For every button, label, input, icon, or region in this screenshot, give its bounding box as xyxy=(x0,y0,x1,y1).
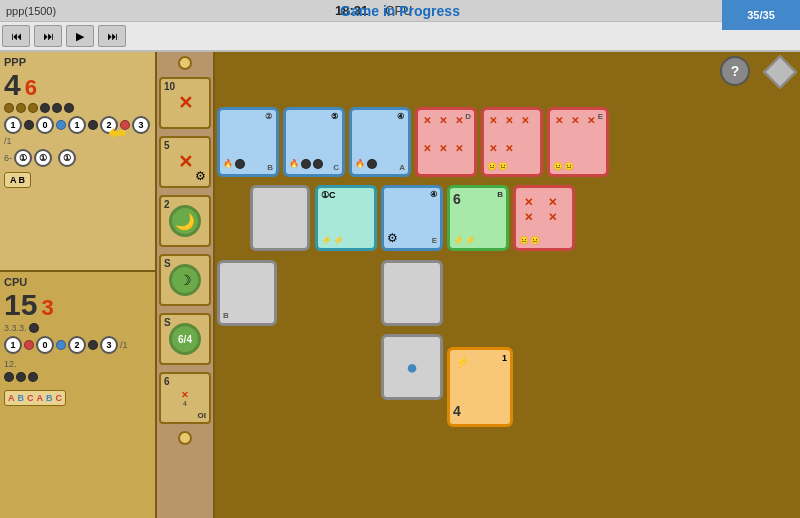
game-card-gray-3[interactable] xyxy=(381,260,443,326)
ppp-card-AB: A B xyxy=(4,172,31,188)
card-icons-row: 🔥 xyxy=(223,159,245,169)
resource-dot xyxy=(16,103,26,113)
card-bolt-icons-3: ⚡ ⚡ xyxy=(453,235,476,245)
card-num-6: 6 xyxy=(453,191,461,207)
x4: ✕ xyxy=(423,143,437,169)
xb3: ✕ xyxy=(524,211,546,224)
header-bar: ppp(1500) 18:31 CPU Game in Progress 20:… xyxy=(0,0,800,22)
track-item-3: 2 🌙 xyxy=(159,195,211,247)
face-icon-3: 😐 xyxy=(553,162,563,171)
resource-dot xyxy=(52,103,62,113)
bolt-icon-4: ⚡ xyxy=(333,235,344,245)
x-i: ✕ xyxy=(555,115,569,169)
game-card-5[interactable]: ✕ ✕ ✕ ✕ ✕ 😐 😐 xyxy=(481,107,543,177)
card-icons-3: 🔥 xyxy=(355,159,377,169)
ppp-score-sub: 6 xyxy=(25,77,37,99)
track-item-2: 5 ✕ ⚙ xyxy=(159,136,211,188)
card-1C-2: ①C xyxy=(321,190,336,200)
resource-dot xyxy=(24,340,34,350)
token-1e: ① xyxy=(58,149,76,167)
track-end-top xyxy=(178,56,192,70)
game-card-blue-dot[interactable]: ● xyxy=(381,334,443,400)
track-num-10: 10 xyxy=(164,81,175,92)
resource-label: /1 xyxy=(4,136,12,146)
moon-circle-icon: 🌙 xyxy=(169,205,201,237)
card-bolt-icons-2: ⚡ ⚡ xyxy=(321,235,344,245)
ppp-score-main: 4 xyxy=(4,70,21,100)
game-card-3[interactable]: ④ 🔥 A xyxy=(349,107,411,177)
token-1: 1 xyxy=(4,116,22,134)
game-card-orange[interactable]: 4 ⚡ 1 xyxy=(447,347,513,427)
game-card-green-6B[interactable]: 6 B ⚡ ⚡ xyxy=(447,185,509,251)
track-item-4: S ☽ xyxy=(159,254,211,306)
orange-bolt: ⚡ xyxy=(455,355,470,369)
track-num-OI: OI xyxy=(198,411,206,420)
game-card-4[interactable]: ✕ ✕ ✕ ✕ ✕ ✕ D xyxy=(415,107,477,177)
game-card-red-XB[interactable]: ✕ ✕ ✕ ✕ 😐 😐 xyxy=(513,185,575,251)
game-status: Game in Progress xyxy=(340,3,460,19)
game-card-teal-1[interactable]: ①C ⚡ ⚡ xyxy=(315,185,377,251)
cpu-resources-row1: 3.3.3. xyxy=(4,323,151,333)
prev-big-button[interactable]: ⏭ xyxy=(34,25,62,47)
prev-button[interactable]: ▶ xyxy=(66,25,94,47)
track-num-S2: S xyxy=(164,317,171,328)
help-button[interactable]: ? xyxy=(720,56,750,86)
track-num-2: 2 xyxy=(164,199,170,210)
cpu-card-row: 12. xyxy=(4,359,151,369)
face-xb-1: 😐 xyxy=(519,236,529,245)
bolt-icon-6: ⚡ xyxy=(465,235,476,245)
cpu-token-3: 3 xyxy=(100,336,118,354)
face-icon-2: 😐 xyxy=(498,162,508,171)
track-x-mark-2: ✕ xyxy=(178,151,193,173)
x-fraction-icon: ✕ 4 xyxy=(181,390,189,407)
cpu-score-main: 15 xyxy=(4,290,37,320)
x-b: ✕ xyxy=(505,115,519,141)
cpu-card-A: A xyxy=(8,393,15,403)
skip-to-start-button[interactable]: ⏮ xyxy=(2,25,30,47)
resource-dot xyxy=(56,340,66,350)
token-1b: 1 xyxy=(68,116,86,134)
game-card-gray-2[interactable]: B xyxy=(217,260,277,326)
track-num-5: 5 xyxy=(164,140,170,151)
transport-bar: ⏮ ⏭ ▶ ⏭ 35/35 xyxy=(0,22,800,52)
card-icons: 🔥 xyxy=(289,159,323,169)
cpu-res-label: 3.3.3. xyxy=(4,323,27,333)
card-faces-b: 😐 😐 xyxy=(519,236,540,245)
x-pattern-3: ✕ ✕ ✕ xyxy=(555,115,601,169)
resource-dot xyxy=(24,120,34,130)
card-label-B: B xyxy=(19,175,26,185)
track-item-6: 6 OI ✕ 4 xyxy=(159,372,211,424)
progress-bar: 35/35 xyxy=(722,0,800,30)
x2: ✕ xyxy=(439,115,453,141)
cpu-player-area: CPU 15 3 3.3.3. 1 0 2 3 /1 12. xyxy=(0,272,155,518)
resource-dot xyxy=(28,372,38,382)
next-button[interactable]: ⏭ xyxy=(98,25,126,47)
game-card-6[interactable]: ✕ ✕ ✕ E 😐 😐 xyxy=(547,107,609,177)
gear-icon-card: ⚙ xyxy=(387,231,398,245)
x1: ✕ xyxy=(423,115,437,141)
card-faces: 😐 😐 xyxy=(487,162,508,171)
resource-dot xyxy=(16,372,26,382)
game-card-2[interactable]: ⑤ 🔥 C xyxy=(283,107,345,177)
cpu-card-labels: A B C A B C xyxy=(4,390,151,406)
cpu-resources-row2: 1 0 2 3 /1 xyxy=(4,336,151,354)
game-card-gray-1[interactable] xyxy=(250,185,310,251)
fraction-icon: 6/4 xyxy=(169,323,201,355)
cpu-token-1: 1 xyxy=(4,336,22,354)
x6: ✕ xyxy=(455,143,469,169)
res-dot2 xyxy=(367,159,377,169)
face-xb-2: 😐 xyxy=(530,236,540,245)
x-c: ✕ xyxy=(521,115,535,141)
arrow-indicator: ⬅ xyxy=(108,120,126,146)
resource-dot xyxy=(56,120,66,130)
ppp-resources-row3: 6- ① ① ① xyxy=(4,149,151,167)
face-icon-4: 😐 xyxy=(564,162,574,171)
game-card-1[interactable]: ② 🔥 B xyxy=(217,107,279,177)
game-card-blue-4E[interactable]: ④ E ⚙ xyxy=(381,185,443,251)
cpu-cards-row: A B C A B C xyxy=(4,390,66,406)
bolt-icon-3: ⚡ xyxy=(321,235,332,245)
card-num-4E-top: ④ xyxy=(430,190,437,199)
cpu-card-C2: C xyxy=(56,393,63,403)
cpu-token-2: 2 xyxy=(68,336,86,354)
game-track: 10 ✕ 5 ✕ ⚙ 2 🌙 S ☽ S 6/4 6 OI ✕ xyxy=(155,52,215,518)
